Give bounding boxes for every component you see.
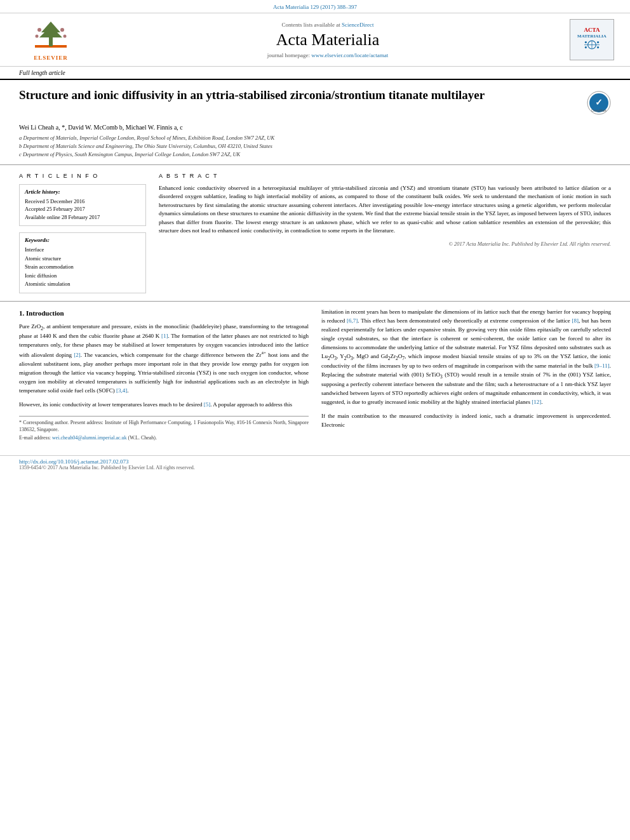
- keyword-1: Interface: [25, 246, 140, 255]
- sciencedirect-line: Contents lists available at ScienceDirec…: [89, 22, 566, 28]
- svg-point-11: [585, 41, 587, 43]
- authors-line: Wei Li Cheah a, *, David W. McComb b, Mi…: [0, 120, 630, 132]
- keyword-2: Atomic structure: [25, 255, 140, 263]
- footer-copyright: 1359-6454/© 2017 Acta Materialia Inc. Pu…: [19, 465, 611, 470]
- svg-point-4: [37, 28, 41, 32]
- elsevier-label: ELSEVIER: [34, 55, 68, 61]
- journal-homepage: journal homepage: www.elsevier.com/locat…: [89, 52, 566, 58]
- keywords-title: Keywords:: [25, 237, 140, 243]
- homepage-label: journal homepage:: [267, 52, 310, 58]
- acta-materialia-logo: ACTA MATERIALIA: [570, 19, 614, 60]
- svg-point-5: [60, 28, 64, 32]
- intro-para-1: Pure ZrO2, at ambient temperature and pr…: [19, 323, 309, 396]
- authors-text: Wei Li Cheah a, *, David W. McComb b, Mi…: [19, 124, 183, 131]
- footnote-email: E-mail address: wei.cheah04@alumni.imper…: [19, 434, 309, 441]
- abstract-column: A B S T R A C T Enhanced ionic conductiv…: [159, 173, 611, 293]
- journal-url-text: Acta Materialia 129 (2017) 388–397: [273, 4, 357, 10]
- keyword-3: Strain accommodation: [25, 263, 140, 272]
- article-title-area: Structure and ionic diffusivity in an yt…: [0, 80, 630, 120]
- footnote-section: * Corresponding author. Present address:…: [19, 416, 309, 442]
- affiliation-a: a Department of Materials, Imperial Coll…: [19, 135, 611, 142]
- footnote-corresponding: * Corresponding author. Present address:…: [19, 419, 309, 433]
- article-info-abstract-section: A R T I C L E I N F O Article history: R…: [0, 165, 630, 302]
- sciencedirect-link[interactable]: ScienceDirect: [342, 22, 373, 28]
- section-title-intro: 1. Introduction: [19, 308, 309, 319]
- abstract-text: Enhanced ionic conductivity observed in …: [159, 184, 611, 236]
- journal-title: Acta Materialia: [89, 30, 566, 50]
- body-left-col: 1. Introduction Pure ZrO2, at ambient te…: [19, 308, 309, 443]
- body-two-col: 1. Introduction Pure ZrO2, at ambient te…: [19, 308, 611, 443]
- intro-para-4: If the main contribution to the measured…: [321, 412, 611, 430]
- footer-section: http://dx.doi.org/10.1016/j.actamat.2017…: [0, 455, 630, 473]
- article-history-box: Article history: Received 5 December 201…: [19, 184, 146, 226]
- crossmark-area: ✓ CrossMark: [587, 91, 611, 116]
- elsevier-logo: ELSEVIER: [32, 18, 70, 61]
- history-received: Received 5 December 2016: [25, 197, 140, 206]
- page: Acta Materialia 129 (2017) 388–397: [0, 0, 630, 840]
- svg-rect-1: [49, 37, 53, 46]
- article-title: Structure and ionic diffusivity in an yt…: [19, 88, 493, 103]
- doi-link[interactable]: http://dx.doi.org/10.1016/j.actamat.2017…: [19, 458, 611, 465]
- keyword-4: Ionic diffusion: [25, 272, 140, 281]
- keywords-box: Keywords: Interface Atomic structure Str…: [19, 232, 146, 293]
- intro-para-3: limitation in recent years has been to m…: [321, 308, 611, 407]
- elsevier-tree-icon: [32, 18, 70, 53]
- publisher-logo-area: ELSEVIER: [13, 18, 89, 61]
- intro-para-2: However, its ionic conductivity at lower…: [19, 401, 309, 410]
- affiliation-b: b Department of Materials Science and En…: [19, 143, 611, 150]
- history-accepted: Accepted 25 February 2017: [25, 205, 140, 213]
- svg-point-12: [597, 41, 599, 43]
- journal-header-center: Contents lists available at ScienceDirec…: [89, 22, 566, 58]
- article-type-bar: Full length article: [0, 67, 630, 80]
- article-info-heading: A R T I C L E I N F O: [19, 173, 146, 179]
- abstract-heading: A B S T R A C T: [159, 173, 611, 179]
- copyright-line: © 2017 Acta Materialia Inc. Published by…: [159, 241, 611, 247]
- homepage-url[interactable]: www.elsevier.com/locate/actamat: [311, 52, 388, 58]
- affiliation-c: c Department of Physics, South Kensingto…: [19, 151, 611, 159]
- svg-point-13: [585, 46, 587, 48]
- main-body: 1. Introduction Pure ZrO2, at ambient te…: [0, 302, 630, 450]
- svg-text:✓: ✓: [595, 97, 603, 107]
- svg-point-6: [36, 35, 39, 38]
- crossmark-icon: ✓ CrossMark: [587, 91, 611, 115]
- journal-url-bar: Acta Materialia 129 (2017) 388–397: [0, 0, 630, 13]
- svg-point-14: [597, 46, 599, 48]
- history-available: Available online 28 February 2017: [25, 213, 140, 222]
- affiliations-section: a Department of Materials, Imperial Coll…: [0, 132, 630, 165]
- svg-point-7: [64, 35, 67, 38]
- article-type-label: Full length article: [19, 69, 65, 76]
- article-info-column: A R T I C L E I N F O Article history: R…: [19, 173, 146, 293]
- sciencedirect-prefix: Contents lists available at: [282, 22, 340, 28]
- journal-logo-right: ACTA MATERIALIA: [566, 19, 617, 60]
- history-title: Article history:: [25, 189, 140, 195]
- body-right-col: limitation in recent years has been to m…: [321, 308, 611, 443]
- svg-text:CrossMark: CrossMark: [591, 109, 607, 112]
- journal-header: ELSEVIER Contents lists available at Sci…: [0, 13, 630, 67]
- keyword-5: Atomistic simulation: [25, 280, 140, 289]
